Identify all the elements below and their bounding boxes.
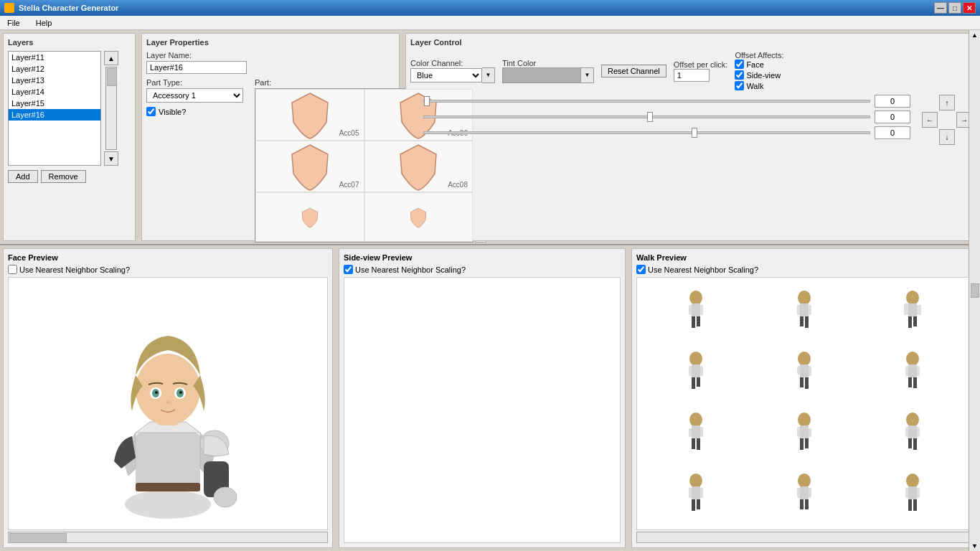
close-button[interactable]: ✕ (963, 2, 976, 14)
walk-preview-title: Walk Preview (636, 253, 687, 262)
list-item[interactable]: Layer#11 (9, 52, 100, 63)
offset-affects-label: Offset Affects: (735, 51, 783, 60)
scroll-up-button[interactable]: ▲ (104, 51, 118, 65)
side-scaling-checkbox[interactable] (344, 265, 353, 274)
face-preview-title: Face Preview (8, 253, 58, 262)
part-type-select[interactable]: Accessory 1 Accessory 2 Body Head (146, 88, 243, 103)
walk-sprite (900, 291, 925, 334)
svg-point-63 (906, 413, 919, 427)
nav-down-button[interactable]: ↓ (939, 129, 955, 145)
sprite-cell (860, 283, 966, 342)
layers-title: Layers (8, 38, 131, 47)
list-item[interactable]: Layer#13 (9, 75, 100, 86)
svg-rect-65 (905, 427, 910, 437)
svg-rect-38 (697, 377, 700, 387)
file-menu[interactable]: File (3, 17, 24, 29)
walk-sprite (791, 291, 817, 334)
affect-walk-checkbox[interactable] (735, 81, 744, 90)
svg-rect-54 (699, 427, 703, 437)
affect-sideview-label: Side-view (746, 71, 781, 80)
add-layer-button[interactable]: Add (8, 170, 38, 183)
restore-button[interactable]: □ (948, 2, 961, 14)
side-preview-content (344, 277, 621, 543)
affect-face-checkbox[interactable] (735, 60, 744, 69)
svg-rect-37 (692, 377, 695, 389)
walk-preview-content (636, 277, 972, 530)
h-value: 0 (875, 95, 910, 108)
affect-walk-label: Walk (746, 82, 763, 90)
svg-rect-31 (908, 316, 912, 328)
svg-point-0 (125, 490, 211, 519)
visible-checkbox[interactable] (146, 107, 156, 116)
walk-preview-panel: Walk Preview Use Nearest Neighbor Scalin… (631, 248, 977, 548)
part-cell-acc05[interactable]: Acc05 (255, 89, 364, 141)
svg-rect-83 (905, 488, 910, 498)
right-scrollbar[interactable]: ▲ ▼ (969, 30, 980, 551)
part-cell-acc10[interactable] (364, 192, 473, 242)
svg-point-14 (214, 487, 237, 507)
list-item[interactable]: Layer#15 (9, 98, 100, 109)
face-scaling-checkbox[interactable] (8, 265, 17, 274)
svg-rect-55 (692, 438, 695, 449)
side-preview-panel: Side-view Preview Use Nearest Neighbor S… (339, 248, 626, 548)
remove-layer-button[interactable]: Remove (41, 170, 86, 183)
sprite-cell (860, 344, 966, 402)
svg-rect-85 (908, 499, 912, 511)
reset-channel-button[interactable]: Reset Channel (601, 65, 666, 77)
l-slider-thumb (692, 128, 697, 138)
svg-rect-20 (697, 316, 700, 326)
svg-point-51 (689, 413, 702, 427)
svg-rect-74 (697, 499, 700, 509)
svg-rect-86 (913, 499, 917, 511)
svg-rect-53 (689, 428, 693, 437)
help-menu[interactable]: Help (32, 17, 57, 29)
nav-up-button[interactable]: ↑ (939, 95, 955, 110)
sprite-cell (751, 405, 857, 463)
sprite-cell (751, 466, 857, 524)
part-cell-acc09[interactable] (255, 192, 364, 242)
scroll-down-button[interactable]: ▼ (104, 151, 118, 166)
svg-rect-44 (805, 377, 809, 389)
part-cell-acc07[interactable]: Acc07 (255, 141, 364, 192)
svg-rect-25 (800, 316, 804, 326)
list-item[interactable]: Layer#16 (9, 109, 100, 121)
svg-rect-84 (915, 488, 920, 498)
walk-scaling-checkbox[interactable] (636, 265, 646, 274)
walk-sprite (791, 413, 817, 456)
svg-rect-43 (800, 377, 804, 387)
walk-sprite (683, 474, 709, 517)
minimize-button[interactable]: — (934, 2, 947, 14)
face-horizontal-scrollbar[interactable] (8, 532, 328, 543)
list-item[interactable]: Layer#14 (9, 86, 100, 98)
svg-rect-49 (908, 377, 912, 387)
svg-rect-79 (800, 499, 804, 509)
list-item[interactable]: Layer#12 (9, 63, 100, 75)
side-preview-title: Side-view Preview (344, 253, 412, 262)
svg-rect-56 (697, 438, 700, 450)
color-channel-select[interactable]: Blue Red Green (410, 68, 482, 83)
svg-rect-17 (689, 305, 693, 315)
tint-color-preview[interactable] (502, 67, 581, 83)
nav-left-button[interactable]: ← (922, 112, 938, 128)
walk-sprite (900, 352, 925, 395)
walk-horizontal-scrollbar[interactable] (636, 532, 972, 543)
layer-name-input[interactable] (146, 61, 247, 74)
part-type-label: Part Type: (146, 78, 243, 87)
svg-point-39 (798, 352, 811, 366)
svg-point-81 (906, 474, 919, 488)
layers-list[interactable]: Layer#11 Layer#12 Layer#13 Layer#14 Laye… (8, 51, 101, 166)
offset-input[interactable] (674, 69, 710, 82)
svg-point-45 (906, 352, 919, 366)
affect-sideview-checkbox[interactable] (735, 70, 744, 80)
part-cell-acc08[interactable]: Acc08 (364, 141, 473, 192)
affect-face-label: Face (746, 60, 763, 69)
walk-sprite-grid (637, 278, 971, 529)
color-channel-dropdown[interactable]: ▼ (482, 67, 495, 83)
svg-rect-19 (692, 316, 695, 328)
svg-rect-66 (915, 427, 920, 437)
sprite-cell (643, 283, 748, 342)
tint-color-dropdown[interactable]: ▼ (581, 67, 594, 83)
svg-point-69 (689, 474, 702, 488)
walk-scaling-label: Use Nearest Neighbor Scaling? (648, 265, 758, 274)
offset-label: Offset per click: (674, 60, 728, 69)
